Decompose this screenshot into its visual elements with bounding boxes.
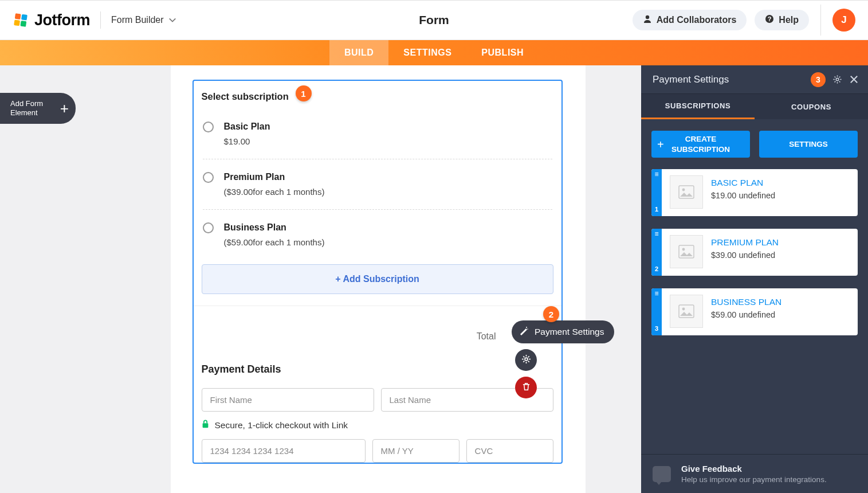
card-expiry-input[interactable]: MM / YY: [372, 439, 459, 463]
plus-icon: +: [60, 99, 69, 118]
mode-dropdown[interactable]: Form Builder: [111, 15, 176, 25]
svg-rect-1: [21, 14, 28, 21]
grip-icon: ≡: [654, 173, 658, 177]
gear-icon: [521, 354, 531, 366]
tab-publish[interactable]: PUBLISH: [466, 40, 539, 65]
delete-field-button[interactable]: [515, 377, 537, 398]
feedback-title: Give Feedback: [681, 464, 827, 474]
form-canvas: Select subscription 1 Basic Plan $19.00 …: [115, 65, 641, 493]
user-icon: [643, 14, 652, 26]
card-cvc-input[interactable]: CVC: [466, 439, 553, 463]
subscription-name: BUSINESS PLAN: [711, 297, 781, 307]
svg-line-16: [528, 361, 529, 362]
help-icon: ?: [765, 14, 774, 26]
callout-badge-2: 2: [543, 306, 559, 322]
settings-button[interactable]: SETTINGS: [759, 131, 858, 158]
image-placeholder-icon: [670, 235, 703, 268]
form-title[interactable]: Form: [419, 13, 449, 27]
radio-input[interactable]: [203, 222, 214, 233]
tab-coupons[interactable]: COUPONS: [755, 94, 868, 119]
svg-line-26: [839, 77, 840, 78]
body: Add Form Element + Select subscription 1…: [0, 65, 868, 493]
svg-rect-7: [202, 423, 208, 428]
drag-handle[interactable]: ≡3: [651, 288, 662, 335]
payment-details-heading: Payment Details: [202, 363, 561, 375]
plan-name: Premium Plan: [224, 172, 325, 182]
svg-rect-3: [20, 21, 26, 27]
plan-name: Basic Plan: [224, 122, 270, 132]
header-right: Add Collaborators ? Help J: [633, 5, 855, 36]
app-header: Jotform Form Builder Form Add Collaborat…: [0, 0, 868, 40]
lock-icon: [202, 420, 209, 431]
callout-badge-1: 1: [296, 85, 312, 101]
subscription-option[interactable]: Business Plan ($59.00for each 1 months): [203, 210, 552, 260]
help-button[interactable]: ? Help: [755, 10, 809, 30]
plan-name: Business Plan: [224, 222, 325, 233]
radio-input[interactable]: [203, 172, 214, 183]
drag-handle[interactable]: ≡1: [651, 169, 662, 216]
add-subscription-button[interactable]: + Add Subscription: [202, 264, 553, 294]
svg-point-33: [682, 308, 685, 311]
logo-mark-icon: [13, 11, 29, 29]
payment-field[interactable]: Select subscription 1 Basic Plan $19.00 …: [193, 80, 563, 464]
panel-header: Payment Settings 3: [641, 65, 868, 94]
tab-settings[interactable]: SETTINGS: [388, 40, 466, 65]
first-name-input[interactable]: First Name: [202, 388, 374, 412]
panel-close-button[interactable]: [849, 75, 859, 84]
plus-icon: +: [657, 137, 664, 152]
wand-icon: [519, 326, 529, 338]
field-properties-button[interactable]: [515, 349, 537, 371]
add-collaborators-button[interactable]: Add Collaborators: [633, 10, 747, 30]
callout-badge-3: 3: [811, 72, 826, 87]
panel-body: + CREATE SUBSCRIPTION SETTINGS ≡1 BASIC …: [641, 119, 868, 454]
drag-handle[interactable]: ≡2: [651, 229, 662, 276]
subscription-option[interactable]: Premium Plan ($39.00for each 1 months): [203, 159, 552, 210]
tab-build[interactable]: BUILD: [329, 40, 388, 65]
subscription-price: $39.00 undefined: [711, 251, 779, 260]
panel-gear-button[interactable]: [832, 75, 842, 84]
add-form-element-button[interactable]: Add Form Element +: [0, 93, 76, 124]
feedback-subtitle: Help us improve our payment integrations…: [681, 475, 827, 484]
svg-line-24: [835, 77, 836, 78]
main-tab-strip: BUILD SETTINGS PUBLISH: [0, 40, 868, 65]
subscription-name: PREMIUM PLAN: [711, 237, 779, 248]
subscription-price: $59.00 undefined: [711, 310, 781, 319]
svg-point-9: [527, 328, 528, 330]
radio-input[interactable]: [203, 122, 214, 132]
payment-settings-pill[interactable]: 2 Payment Settings: [512, 320, 614, 343]
svg-rect-0: [15, 13, 21, 19]
payment-settings-panel: Payment Settings 3 SUBSCRIPTIONS COUPONS…: [641, 65, 868, 493]
secure-checkout-line: Secure, 1-click checkout with Link: [202, 420, 561, 431]
give-feedback-button[interactable]: Give Feedback Help us improve our paymen…: [641, 454, 868, 493]
image-placeholder-icon: [670, 295, 703, 328]
subscription-card[interactable]: ≡3 BUSINESS PLAN $59.00 undefined: [651, 288, 858, 335]
subscription-card[interactable]: ≡2 PREMIUM PLAN $39.00 undefined: [651, 229, 858, 276]
divider: [820, 5, 821, 36]
subscription-card[interactable]: ≡1 BASIC PLAN $19.00 undefined: [651, 169, 858, 216]
svg-point-19: [836, 78, 839, 81]
image-placeholder-icon: [670, 175, 703, 209]
trash-icon: [521, 382, 531, 394]
chevron-down-icon: [168, 16, 176, 24]
brand-logo[interactable]: Jotform: [13, 11, 90, 29]
svg-text:?: ?: [768, 15, 772, 22]
subscription-options: Basic Plan $19.00 Premium Plan ($39.00fo…: [194, 116, 561, 260]
user-avatar[interactable]: J: [832, 9, 855, 32]
svg-point-31: [682, 248, 685, 251]
svg-point-8: [526, 327, 527, 328]
panel-tabs: SUBSCRIPTIONS COUPONS: [641, 94, 868, 119]
svg-point-10: [525, 358, 528, 361]
card-number-input[interactable]: 1234 1234 1234 1234: [202, 439, 366, 463]
tab-subscriptions[interactable]: SUBSCRIPTIONS: [641, 94, 755, 119]
plan-price: ($39.00for each 1 months): [224, 187, 325, 197]
svg-line-18: [523, 361, 524, 362]
subscription-option[interactable]: Basic Plan $19.00: [203, 116, 552, 159]
svg-line-15: [523, 356, 524, 357]
svg-line-27: [835, 81, 836, 83]
plan-price: ($59.00for each 1 months): [224, 237, 325, 247]
divider: [100, 11, 101, 29]
svg-point-4: [646, 15, 649, 19]
field-action-column: 2 Payment Settings: [512, 320, 614, 398]
field-label[interactable]: Select subscription: [194, 91, 561, 116]
create-subscription-button[interactable]: + CREATE SUBSCRIPTION: [651, 131, 750, 158]
